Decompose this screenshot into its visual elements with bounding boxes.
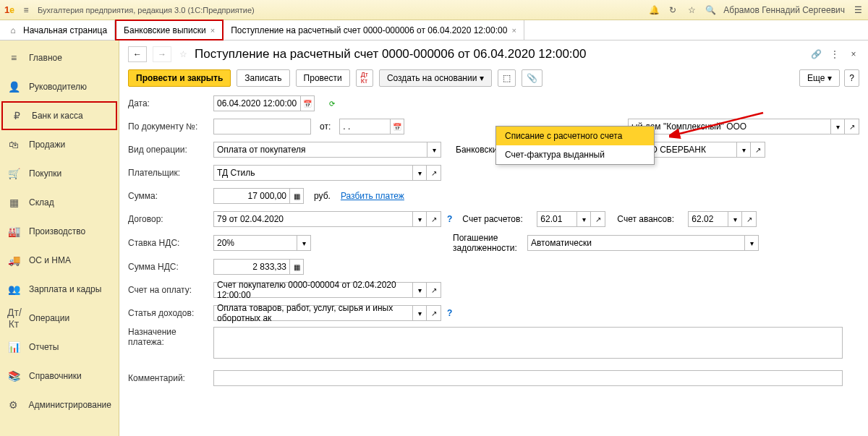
dd-item-invoice[interactable]: Счет-фактура выданный [496,145,654,164]
docnum-field[interactable] [213,119,311,134]
bell-icon[interactable]: 🔔 [648,4,660,16]
purpose-textarea[interactable] [213,327,843,359]
history-icon[interactable]: ↻ [667,4,678,16]
doc-title: Поступление на расчетный счет 0000-00000… [195,47,587,61]
close-icon[interactable]: × [848,48,859,60]
forward-button[interactable]: → [153,46,171,62]
sidebar-item[interactable]: 🛍Продажи [0,130,119,159]
tab-bank-statements[interactable]: Банковские выписки × [115,20,224,40]
sidebar-item[interactable]: ⚙Администрирование [0,390,119,419]
link-icon[interactable]: 🔗 [810,48,822,60]
chevron-down-icon[interactable]: ▾ [830,119,845,134]
chevron-down-icon[interactable]: ▾ [297,235,311,251]
sidebar: ≡Главное👤Руководителю₽Банк и касса🛍Прода… [0,40,119,436]
chevron-down-icon[interactable]: ▾ [412,305,427,321]
sidebar-item[interactable]: 📚Справочники [0,362,119,390]
open-icon[interactable]: ↗ [751,142,765,158]
sidebar-item[interactable]: 🏭Производство [0,217,119,246]
open-icon[interactable]: ↗ [427,165,441,181]
contract-field[interactable]: 79 от 02.04.2020 [213,211,412,227]
structure-button[interactable]: ⬚ [498,69,516,87]
chevron-down-icon[interactable]: ▾ [427,142,441,158]
chevron-down-icon[interactable]: ▾ [728,211,742,227]
from-date-field[interactable]: . . [339,119,390,134]
tab-home[interactable]: ⌂ Начальная страница [0,20,115,40]
calendar-icon[interactable]: 📅 [300,95,315,111]
sidebar-item[interactable]: Дт/КтОперации [0,304,119,333]
calendar-icon[interactable]: 📅 [390,119,404,134]
comment-field[interactable] [213,370,843,386]
chevron-down-icon[interactable]: ▾ [412,211,427,227]
sidebar-item[interactable]: 👤Руководителю [0,72,119,101]
dd-item-writeoff[interactable]: Списание с расчетного счета [496,127,654,145]
sidebar-item[interactable]: 📊Отчеты [0,333,119,362]
docnum-label: По документу №: [128,121,208,132]
save-button[interactable]: Записать [237,69,289,87]
tab-label: Банковские выписки [124,25,206,35]
split-payment-link[interactable]: Разбить платеж [341,191,404,201]
vat-field[interactable]: 20% [213,235,297,251]
sidebar-label: Отчеты [29,342,59,352]
create-based-button[interactable]: Создать на основании ▾ [379,69,493,87]
sidebar-item[interactable]: ≡Главное [0,43,119,72]
star-icon[interactable]: ☆ [686,4,697,16]
help-icon[interactable]: ? [447,214,452,224]
sum-label: Сумма: [128,191,208,201]
star-icon[interactable]: ☆ [177,48,189,60]
income-field[interactable]: Оплата товаров, работ, услуг, сырья и ин… [213,305,412,321]
optype-field[interactable]: Оплата от покупателя [213,142,427,158]
close-icon[interactable]: × [210,26,215,35]
open-icon[interactable]: ↗ [742,211,757,227]
open-icon[interactable]: ↗ [591,211,605,227]
chevron-down-icon[interactable]: ▾ [736,142,751,158]
topbar: 1e ≡ Бухгалтерия предприятия, редакция 3… [0,0,868,20]
sidebar-item[interactable]: 🚚ОС и НМА [0,246,119,275]
calc-icon[interactable]: ▦ [289,259,304,275]
create-based-dropdown: Списание с расчетного счета Счет-фактура… [495,126,655,165]
open-icon[interactable]: ↗ [427,305,441,321]
sum-field[interactable]: 17 000,00 [213,188,289,204]
more-icon[interactable]: ⋮ [829,48,841,60]
tab-receipt-doc[interactable]: Поступление на расчетный счет 0000-00000… [224,20,524,40]
sidebar-item[interactable]: 🛒Покупки [0,159,119,188]
payer-field[interactable]: ТД Стиль [213,165,412,181]
close-icon[interactable]: × [511,26,516,35]
help-button[interactable]: ? [844,69,859,87]
search-icon[interactable]: 🔍 [705,4,716,16]
acc-settle-field[interactable]: 62.01 [537,211,576,227]
sidebar-label: Главное [29,53,62,63]
chevron-down-icon[interactable]: ▾ [744,235,759,251]
sidebar-item[interactable]: 👥Зарплата и кадры [0,275,119,304]
sidebar-icon: ≡ [7,52,20,64]
back-button[interactable]: ← [128,46,147,62]
help-icon[interactable]: ? [447,308,452,318]
equalizer-icon[interactable]: ☰ [852,4,864,16]
date-field[interactable]: 06.04.2020 12:00:00 [213,95,300,111]
post-and-close-button[interactable]: Провести и закрыть [128,69,231,87]
sidebar-label: Продажи [29,140,65,150]
chevron-down-icon[interactable]: ▾ [412,165,427,181]
refresh-icon[interactable]: ⟳ [325,95,339,111]
open-icon[interactable]: ↗ [427,211,441,227]
org-field[interactable]: ый дом "Комплексный" ООО [628,119,830,134]
chevron-down-icon: ▾ [480,73,484,83]
invoice-field[interactable]: Счет покупателю 0000-000004 от 02.04.202… [213,282,412,298]
form: Дата: 06.04.2020 12:00:00📅 ⟳ По документ… [128,94,859,388]
debt-field[interactable]: Автоматически [527,235,744,251]
chevron-down-icon[interactable]: ▾ [576,211,591,227]
calc-icon[interactable]: ▦ [289,188,304,204]
sidebar-item[interactable]: ▦Склад [0,188,119,217]
more-button[interactable]: Еще ▾ [799,69,840,87]
tabs-row: ⌂ Начальная страница Банковские выписки … [0,20,868,40]
post-button[interactable]: Провести [296,69,350,87]
attach-button[interactable]: 📎 [522,69,542,87]
user-name[interactable]: Абрамов Геннадий Сергеевич [723,5,845,15]
open-icon[interactable]: ↗ [845,119,859,134]
dtkt-button[interactable]: ДтКт [356,69,373,87]
chevron-down-icon[interactable]: ▾ [412,282,427,298]
sidebar-item[interactable]: ₽Банк и касса [1,101,117,130]
menu-icon[interactable]: ≡ [20,4,32,16]
open-icon[interactable]: ↗ [427,282,441,298]
vatsum-field[interactable]: 2 833,33 [213,259,289,275]
acc-adv-field[interactable]: 62.02 [688,211,728,227]
